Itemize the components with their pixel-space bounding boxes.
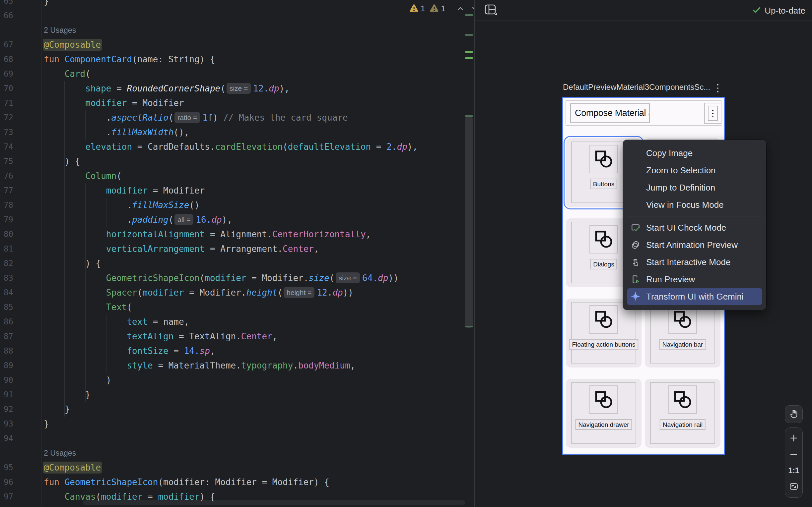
code-text: @Composable xyxy=(44,460,101,475)
menu-item-start-ui-check-mode[interactable]: Start UI Check Mode xyxy=(623,219,766,236)
menu-item-jump-to-definition[interactable]: Jump to Definition xyxy=(623,179,766,196)
code-line[interactable]: 73 .fillMaxWidth(), xyxy=(0,125,463,139)
code-line[interactable]: 92 } xyxy=(0,402,463,416)
zoom-in-button[interactable] xyxy=(787,432,800,445)
next-issue-button[interactable] xyxy=(471,4,474,13)
code-line[interactable]: 66 xyxy=(0,8,463,23)
line-number[interactable]: 90 xyxy=(0,373,13,387)
code-line[interactable]: 76 Column( xyxy=(0,169,463,183)
code-line[interactable]: 67@Composable xyxy=(0,38,463,52)
line-number[interactable]: 73 xyxy=(0,125,13,139)
code-line[interactable]: 93} xyxy=(0,416,463,431)
line-number[interactable]: 92 xyxy=(0,402,13,416)
code-line[interactable]: 80 horizontalAlignment = Alignment.Cente… xyxy=(0,227,463,241)
code-line[interactable]: 90 ) xyxy=(0,373,463,387)
code-line[interactable]: 87 textAlign = TextAlign.Center, xyxy=(0,329,463,344)
line-number[interactable]: 74 xyxy=(0,139,13,154)
line-number[interactable]: 84 xyxy=(0,285,13,300)
horizontal-scrollbar[interactable] xyxy=(83,500,465,505)
code-line[interactable]: 88 fontSize = 14.sp, xyxy=(0,344,463,358)
line-number[interactable]: 79 xyxy=(0,212,13,227)
pan-tool-button[interactable] xyxy=(785,405,803,423)
code-line[interactable]: 82 ) { xyxy=(0,256,463,271)
line-number[interactable]: 70 xyxy=(0,81,13,96)
line-number[interactable]: 87 xyxy=(0,329,13,344)
warning-badge-weak[interactable]: 1 xyxy=(429,4,445,14)
menu-item-start-animation-preview[interactable]: Start Animation Preview xyxy=(623,236,766,253)
menu-item-start-interactive-mode[interactable]: Start Interactive Mode xyxy=(623,253,766,271)
menu-item-label: View in Focus Mode xyxy=(646,200,724,210)
line-number[interactable]: 69 xyxy=(0,67,13,81)
code-line[interactable]: 95@Composable xyxy=(0,460,463,475)
code-line[interactable]: 89 style = MaterialTheme.typography.body… xyxy=(0,358,463,373)
code-line[interactable]: 75 ) { xyxy=(0,154,463,169)
zoom-out-button[interactable] xyxy=(787,448,800,461)
line-number[interactable]: 72 xyxy=(0,110,13,125)
code-line[interactable]: 69 Card( xyxy=(0,67,463,81)
zoom-to-fit-button[interactable] xyxy=(787,481,800,494)
line-number[interactable]: 97 xyxy=(0,490,13,504)
line-number[interactable]: 67 xyxy=(0,38,13,52)
line-number[interactable]: 95 xyxy=(0,460,13,475)
line-number[interactable]: 89 xyxy=(0,358,13,373)
code-line[interactable]: 78 .fillMaxSize() xyxy=(0,198,463,212)
line-number[interactable]: 77 xyxy=(0,183,13,198)
code-line[interactable]: 68fun ComponentCard(name: String) { xyxy=(0,52,463,67)
usages-hint[interactable]: 2 Usages xyxy=(44,23,76,38)
line-number[interactable]: 83 xyxy=(0,271,13,285)
zoom-ratio-label: 1:1 xyxy=(788,466,799,475)
warning-badge-strong[interactable]: 1 xyxy=(409,4,425,14)
code-line[interactable]: 83 GeometricShapeIcon(modifier = Modifie… xyxy=(0,271,463,285)
component-card-navigation-rail[interactable]: Navigation rail xyxy=(645,379,720,448)
line-number[interactable]: 66 xyxy=(0,8,13,23)
status-label: Up-to-date xyxy=(765,6,805,16)
line-number[interactable]: 76 xyxy=(0,169,13,183)
vertical-scrollbar-thumb[interactable] xyxy=(465,116,473,328)
code-line[interactable]: 96fun GeometricShapeIcon(modifier: Modif… xyxy=(0,475,463,490)
layout-switcher-button[interactable] xyxy=(483,4,498,17)
line-number[interactable]: 75 xyxy=(0,154,13,169)
code-editor[interactable]: 65}662 Usages67@Composable68fun Componen… xyxy=(0,0,474,507)
line-number[interactable]: 86 xyxy=(0,315,13,329)
code-line[interactable]: 86 text = name, xyxy=(0,315,463,329)
code-line[interactable]: 85 Text( xyxy=(0,300,463,315)
code-line[interactable]: 74 elevation = CardDefaults.cardElevatio… xyxy=(0,139,463,154)
line-number[interactable]: 85 xyxy=(0,300,13,315)
line-number[interactable]: 88 xyxy=(0,344,13,358)
line-number[interactable]: 80 xyxy=(0,227,13,241)
menu-item-view-in-focus-mode[interactable]: View in Focus Mode xyxy=(623,196,766,213)
line-number[interactable]: 94 xyxy=(0,431,13,446)
menu-item-copy-image[interactable]: Copy Image xyxy=(623,145,766,162)
line-number[interactable]: 91 xyxy=(0,387,13,402)
code-text: fun ComponentCard(name: String) { xyxy=(44,52,215,67)
previous-issue-button[interactable] xyxy=(456,4,465,13)
usages-hint[interactable]: 2 Usages xyxy=(44,446,76,460)
line-number[interactable]: 82 xyxy=(0,256,13,271)
code-line[interactable]: 70 shape = RoundedCornerShape(size =12.d… xyxy=(0,81,463,96)
code-line[interactable]: 71 modifier = Modifier xyxy=(0,96,463,110)
code-line[interactable]: 94 xyxy=(0,431,463,446)
menu-item-run-preview[interactable]: Run Preview xyxy=(623,271,766,288)
code-line[interactable]: 79 .padding(all =16.dp), xyxy=(0,212,463,227)
code-line[interactable]: 72 .aspectRatio(ratio =1f) // Makes the … xyxy=(0,110,463,125)
code-line[interactable]: 65} xyxy=(0,0,463,8)
zoom-actual-size-button[interactable]: 1:1 xyxy=(787,464,800,477)
code-line[interactable]: 81 verticalArrangement = Arrangement.Cen… xyxy=(0,241,463,256)
line-number[interactable]: 68 xyxy=(0,52,13,67)
line-number[interactable]: 71 xyxy=(0,96,13,110)
android-studio-window: 65}662 Usages67@Composable68fun Componen… xyxy=(0,0,812,507)
line-number[interactable]: 93 xyxy=(0,416,13,431)
ui-check-icon xyxy=(630,223,641,233)
menu-item-zoom-to-selection[interactable]: Zoom to Selection xyxy=(623,162,766,179)
line-number[interactable]: 78 xyxy=(0,198,13,212)
code-line[interactable]: 91 } xyxy=(0,387,463,402)
line-number[interactable]: 65 xyxy=(0,0,13,8)
line-number[interactable]: 81 xyxy=(0,241,13,256)
square-circle-shape-icon xyxy=(590,145,618,173)
line-number[interactable]: 96 xyxy=(0,475,13,490)
menu-item-transform-ui-with-gemini[interactable]: Transform UI with Gemini xyxy=(627,288,762,305)
code-line[interactable]: 77 modifier = Modifier xyxy=(0,183,463,198)
code-line[interactable]: 84 Spacer(modifier = Modifier.height(hei… xyxy=(0,285,463,300)
preview-options-kebab-button[interactable] xyxy=(713,83,723,94)
component-card-navigation-drawer[interactable]: Navigation drawer xyxy=(566,379,642,448)
